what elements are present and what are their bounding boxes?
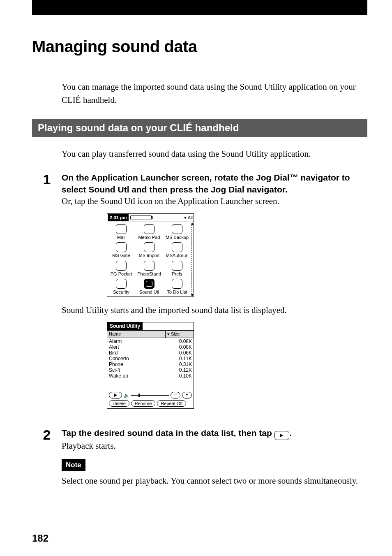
launcher-app-ms-import[interactable]: MS Import xyxy=(135,241,163,259)
table-row[interactable]: Wake up0.10K xyxy=(109,373,192,379)
step-2: 2 Tap the desired sound data in the data… xyxy=(32,427,367,487)
launcher-screenshot: 2:31 pm ▾ All MailMemo PadMS BackupMS Ga… xyxy=(107,213,194,297)
launcher-app-memo-pad[interactable]: Memo Pad xyxy=(135,223,163,241)
app-label: Sound Utl xyxy=(135,289,163,295)
launcher-scrollbar[interactable] xyxy=(191,223,194,296)
play-button[interactable] xyxy=(109,392,122,398)
app-label: Mail xyxy=(107,234,135,241)
section-intro: You can play transferred sound data usin… xyxy=(62,148,367,161)
sound-size: 0.31K xyxy=(179,361,192,367)
repeat-button[interactable]: Repeat Off xyxy=(157,400,186,407)
app-icon xyxy=(116,224,127,234)
speaker-icon: 🔈 xyxy=(124,392,129,398)
battery-icon xyxy=(130,215,152,220)
app-icon xyxy=(116,242,127,252)
app-icon xyxy=(144,261,154,271)
step-1-alternative: Or, tap the Sound Utl icon on the Applic… xyxy=(62,195,367,207)
app-icon xyxy=(172,224,182,234)
launcher-app-sound-utl[interactable]: Sound Utl xyxy=(135,278,163,296)
app-label: MS Gate xyxy=(107,253,135,259)
table-row[interactable]: Sci-fi0.12K xyxy=(109,367,192,373)
sound-name: Phone xyxy=(109,361,123,367)
page-title: Managing sound data xyxy=(32,37,367,56)
app-icon xyxy=(172,279,182,289)
app-icon xyxy=(116,279,127,289)
table-row[interactable]: Bird0.06K xyxy=(109,350,192,356)
table-row[interactable]: Alarm0.08K xyxy=(109,338,192,344)
launcher-app-photostand[interactable]: PhotoStand xyxy=(135,259,163,278)
app-icon xyxy=(116,261,127,271)
app-label: PG Pocket xyxy=(107,271,135,277)
step-2-result: Playback starts. xyxy=(62,440,367,452)
launcher-app-msautorun[interactable]: MSAutorun xyxy=(163,241,191,259)
app-label: To Do List xyxy=(163,289,191,295)
launcher-category[interactable]: ▾ All xyxy=(184,215,193,221)
table-row[interactable]: Alert0.08K xyxy=(109,344,192,350)
volume-slider[interactable] xyxy=(131,395,169,396)
page-number: 182 xyxy=(32,533,367,544)
step-1-instruction: On the Application Launcher screen, rota… xyxy=(62,171,367,196)
app-label: PhotoStand xyxy=(135,271,163,277)
app-label: MSAutorun xyxy=(163,253,191,259)
app-label: Prefs xyxy=(163,271,191,277)
section-heading: Playing sound data on your CLIÉ handheld xyxy=(32,119,367,137)
volume-minus-button[interactable]: − xyxy=(171,392,180,398)
step-2-text-post: . xyxy=(289,428,292,438)
app-icon xyxy=(172,261,182,271)
sound-name: Alert xyxy=(109,344,119,350)
sound-name: Wake up xyxy=(109,373,128,379)
sound-size: 0.08K xyxy=(179,344,192,350)
launcher-app-prefs[interactable]: Prefs xyxy=(163,259,191,278)
volume-plus-button[interactable]: + xyxy=(182,392,192,398)
column-header-size[interactable]: ▾ Size xyxy=(166,331,194,338)
header-black-bar xyxy=(32,0,367,15)
launcher-app-to-do-list[interactable]: To Do List xyxy=(163,278,191,296)
step-1-result: Sound Utility starts and the imported so… xyxy=(62,304,367,316)
sound-name: Alarm xyxy=(109,338,122,344)
rename-button[interactable]: Rename xyxy=(131,400,156,407)
delete-button[interactable]: Delete xyxy=(109,400,129,407)
column-header-name[interactable]: Name xyxy=(107,331,166,338)
sound-size: 0.12K xyxy=(179,367,192,373)
sound-size: 0.11K xyxy=(179,356,192,361)
launcher-app-ms-gate[interactable]: MS Gate xyxy=(107,241,135,259)
sound-utility-title: Sound Utility xyxy=(107,322,143,330)
step-2-text-pre: Tap the desired sound data in the data l… xyxy=(62,428,274,438)
sound-size: 0.08K xyxy=(179,338,192,344)
note-text: Select one sound per playback. You canno… xyxy=(62,475,367,487)
play-icon xyxy=(280,434,283,437)
app-label: Memo Pad xyxy=(135,234,163,241)
step-2-instruction: Tap the desired sound data in the data l… xyxy=(62,427,367,440)
launcher-app-mail[interactable]: Mail xyxy=(107,223,135,241)
table-row[interactable]: Concerto0.11K xyxy=(109,356,192,361)
step-number: 2 xyxy=(32,427,62,442)
sound-size: 0.10K xyxy=(179,373,192,379)
launcher-app-pg-pocket[interactable]: PG Pocket xyxy=(107,259,135,278)
app-icon xyxy=(144,242,154,252)
app-label: MS Backup xyxy=(163,234,191,241)
step-number: 1 xyxy=(32,171,62,186)
intro-paragraph: You can manage the imported sound data u… xyxy=(62,81,367,107)
play-button-inline xyxy=(274,431,289,440)
note-label: Note xyxy=(62,459,85,471)
app-icon xyxy=(144,224,154,234)
app-icon xyxy=(172,242,182,252)
sound-name: Bird xyxy=(109,350,118,356)
sound-size: 0.06K xyxy=(179,350,192,356)
launcher-app-security[interactable]: Security xyxy=(107,278,135,296)
app-label: Security xyxy=(107,289,135,295)
play-icon xyxy=(114,394,117,397)
launcher-time: 2:31 pm xyxy=(108,214,129,221)
sound-name: Sci-fi xyxy=(109,367,120,373)
table-row[interactable]: Phone0.31K xyxy=(109,361,192,367)
launcher-app-ms-backup[interactable]: MS Backup xyxy=(163,223,191,241)
app-label: MS Import xyxy=(135,253,163,259)
step-1: 1 On the Application Launcher screen, ro… xyxy=(32,171,367,417)
sound-utility-screenshot: Sound Utility Name ▾ Size Alarm0.08KAler… xyxy=(107,322,194,409)
sound-name: Concerto xyxy=(109,356,129,361)
sound-list[interactable]: Alarm0.08KAlert0.08KBird0.06KConcerto0.1… xyxy=(107,338,194,391)
app-icon xyxy=(144,279,154,289)
